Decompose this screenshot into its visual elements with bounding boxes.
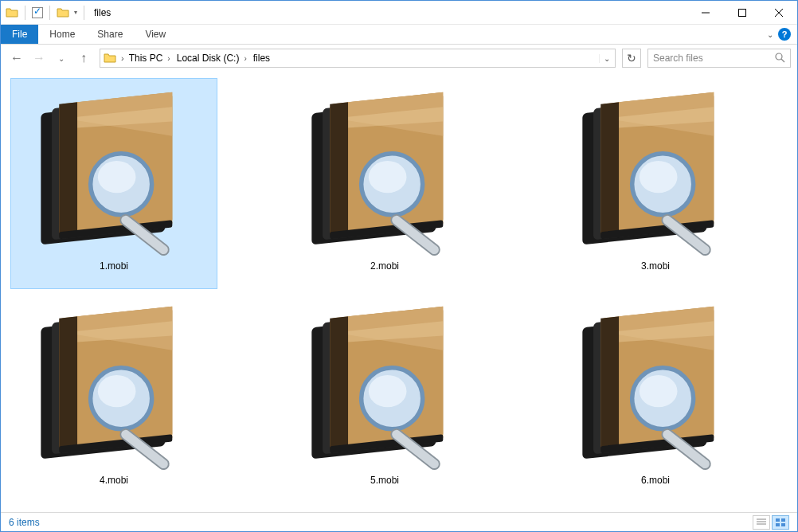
svg-rect-5 [781,523,785,526]
address-dropdown-icon[interactable]: ⌄ [599,54,613,63]
svg-rect-3 [781,518,785,522]
svg-rect-4 [776,523,780,526]
file-item[interactable]: 6.mobi [552,292,759,503]
file-name: 2.mobi [370,260,399,272]
mobi-file-icon [293,296,476,471]
help-icon[interactable]: ? [778,28,791,41]
mobi-file-icon [22,296,205,471]
maximize-button[interactable] [724,1,761,25]
details-view-button[interactable] [753,515,770,530]
breadcrumb-segment[interactable]: files [250,53,273,64]
up-button[interactable]: ↑ [74,49,93,68]
recent-locations-button[interactable]: ⌄ [52,49,71,68]
svg-point-1 [776,53,782,60]
large-icons-view-button[interactable] [772,515,789,530]
item-count: 6 items [9,517,40,528]
folder-icon [57,6,69,19]
address-bar[interactable]: › This PC › Local Disk (C:) › files ⌄ [100,49,616,68]
mobi-file-icon [22,82,205,257]
folder-icon [104,52,116,65]
properties-qat-icon[interactable] [32,7,43,18]
forward-button[interactable]: → [29,49,49,68]
content-area[interactable]: 1.mobi 2.mobi 3.mobi 4.mobi 5.mobi 6.mob… [1,72,797,512]
chevron-right-icon[interactable]: › [119,53,126,63]
chevron-right-icon[interactable]: › [244,54,246,63]
svg-rect-0 [739,9,746,16]
file-item[interactable]: 1.mobi [10,78,217,289]
title-bar: ▾ files [1,1,797,25]
window-controls [687,1,797,25]
search-placeholder: Search files [653,53,703,64]
refresh-button[interactable]: ↻ [622,49,641,68]
breadcrumb-label: files [253,53,270,64]
status-bar: 6 items [1,512,797,531]
mobi-file-icon [564,82,747,257]
file-name: 3.mobi [641,260,670,272]
breadcrumb-segment[interactable]: This PC › [126,53,174,64]
mobi-file-icon [293,82,476,257]
chevron-right-icon[interactable]: › [167,54,170,63]
minimize-button[interactable] [687,1,724,25]
folder-icon [6,6,18,19]
tab-home[interactable]: Home [38,25,86,44]
breadcrumb-segment[interactable]: Local Disk (C:) › [174,53,250,64]
tab-view[interactable]: View [134,25,177,44]
qat-dropdown-icon[interactable]: ▾ [74,9,77,16]
separator [49,6,50,20]
navigation-bar: ← → ⌄ ↑ › This PC › Local Disk (C:) › fi… [1,45,797,72]
quick-access-toolbar: ▾ [6,6,88,20]
breadcrumb-label: This PC [129,53,163,64]
close-button[interactable] [761,1,797,25]
ribbon: File Home Share View ⌄ ? [1,25,797,45]
svg-rect-2 [776,518,780,522]
file-name: 6.mobi [641,475,670,486]
search-icon [774,52,785,65]
search-input[interactable]: Search files [647,49,791,68]
file-item[interactable]: 5.mobi [281,292,488,503]
breadcrumb-label: Local Disk (C:) [177,53,240,64]
file-item[interactable]: 3.mobi [552,78,759,289]
separator [25,6,25,20]
file-name: 5.mobi [370,475,399,486]
separator [84,6,84,20]
file-item[interactable]: 4.mobi [10,292,217,503]
ribbon-expand-icon[interactable]: ⌄ [767,30,773,39]
file-name: 1.mobi [100,260,128,272]
mobi-file-icon [564,296,747,471]
file-item[interactable]: 2.mobi [281,78,488,289]
file-name: 4.mobi [100,475,128,486]
file-grid: 1.mobi 2.mobi 3.mobi 4.mobi 5.mobi 6.mob… [10,78,788,503]
tab-file[interactable]: File [1,25,38,44]
window-title: files [94,7,111,18]
tab-share[interactable]: Share [86,25,134,44]
back-button[interactable]: ← [7,49,26,68]
